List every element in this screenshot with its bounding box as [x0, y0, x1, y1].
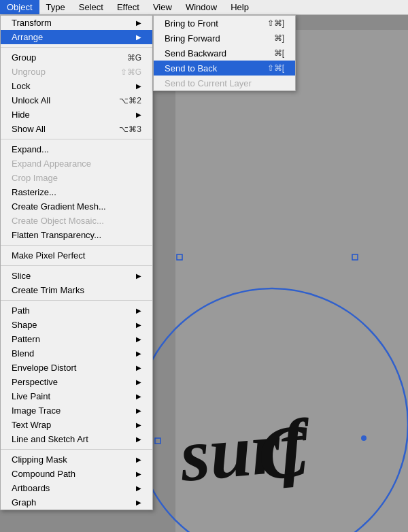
menu-item-graph[interactable]: Graph ▶	[1, 495, 152, 510]
menu-item-compound-path[interactable]: Compound Path ▶	[1, 467, 152, 481]
arrow-icon: ▶	[136, 335, 141, 343]
menu-item-transform[interactable]: Transform ▶	[1, 16, 152, 30]
menu-item-object-mosaic[interactable]: Create Object Mosaic...	[1, 214, 152, 228]
menu-item-label: Group	[12, 52, 36, 63]
menu-item-hide[interactable]: Hide ▶	[1, 107, 152, 122]
object-menu-dropdown: Transform ▶ Arrange ▶ Group ⌘G Ungroup ⇧…	[0, 15, 153, 510]
arrow-icon: ▶	[136, 350, 141, 357]
menu-item-pixel-perfect[interactable]: Make Pixel Perfect	[1, 248, 152, 263]
menu-item-label: Blend	[12, 348, 34, 359]
menu-item-label: Live Paint	[12, 391, 50, 401]
menu-item-crop-image[interactable]: Crop Image	[1, 171, 152, 185]
menu-item-pattern[interactable]: Pattern ▶	[1, 332, 152, 346]
arrow-icon: ▶	[136, 421, 141, 429]
menu-select[interactable]: Select	[72, 0, 110, 14]
menu-item-shape[interactable]: Shape ▶	[1, 318, 152, 332]
menu-view[interactable]: View	[146, 0, 179, 14]
arrow-icon: ▶	[136, 272, 141, 280]
submenu-item-send-to-layer[interactable]: Send to Current Layer	[154, 76, 295, 90]
submenu-item-bring-to-front[interactable]: Bring to Front ⇧⌘]	[154, 16, 295, 31]
divider	[1, 300, 152, 301]
arrow-icon: ▶	[136, 470, 141, 478]
menu-item-artboards[interactable]: Artboards ▶	[1, 481, 152, 495]
svg-text:C: C	[255, 409, 313, 496]
shortcut-label: ⌥⌘3	[119, 124, 141, 134]
menu-item-trim-marks[interactable]: Create Trim Marks	[1, 283, 152, 297]
shortcut-label: ⌘G	[127, 53, 141, 63]
menu-item-label: Path	[12, 305, 30, 316]
shortcut-label: ⌘]	[274, 33, 284, 43]
menu-item-label: Expand Appearance	[12, 159, 91, 169]
menu-item-label: Pattern	[12, 334, 40, 344]
menu-item-label: Hide	[12, 110, 30, 120]
arrow-icon: ▶	[136, 456, 141, 463]
menu-item-rasterize[interactable]: Rasterize...	[1, 185, 152, 199]
menu-item-image-trace[interactable]: Image Trace ▶	[1, 403, 152, 418]
menu-type[interactable]: Type	[39, 0, 72, 14]
menu-help[interactable]: Help	[224, 0, 256, 14]
menu-item-label: Expand...	[12, 144, 49, 154]
submenu-item-send-to-back[interactable]: Send to Back ⇧⌘[	[154, 61, 295, 76]
menu-item-show-all[interactable]: Show All ⌥⌘3	[1, 122, 152, 136]
divider	[1, 265, 152, 266]
menu-item-live-paint[interactable]: Live Paint ▶	[1, 389, 152, 403]
menu-item-label: Compound Path	[12, 469, 75, 479]
svg-rect-4	[155, 438, 160, 444]
arrow-icon: ▶	[136, 484, 141, 492]
arrow-icon: ▶	[136, 321, 141, 329]
menu-item-expand[interactable]: Expand...	[1, 142, 152, 156]
menu-item-group[interactable]: Group ⌘G	[1, 50, 152, 65]
menu-item-label: Create Trim Marks	[12, 285, 84, 295]
menu-object[interactable]: Object	[0, 0, 39, 14]
menu-item-text-wrap[interactable]: Text Wrap ▶	[1, 418, 152, 432]
menu-item-envelope-distort[interactable]: Envelope Distort ▶	[1, 361, 152, 375]
shortcut-label: ⌘[	[274, 48, 284, 58]
menu-item-label: Unlock All	[12, 95, 50, 105]
arrow-icon: ▶	[136, 111, 141, 118]
menu-item-arrange[interactable]: Arrange ▶	[1, 30, 152, 44]
svg-text:surf: surf	[176, 403, 315, 497]
menu-item-expand-appearance[interactable]: Expand Appearance	[1, 156, 152, 171]
menu-item-ungroup[interactable]: Ungroup ⇧⌘G	[1, 65, 152, 79]
shortcut-label: ⇧⌘G	[120, 67, 141, 77]
menu-item-unlock-all[interactable]: Unlock All ⌥⌘2	[1, 93, 152, 107]
submenu-item-label: Send to Back	[165, 63, 217, 73]
menu-item-label: Create Object Mosaic...	[12, 216, 104, 226]
submenu-item-label: Send Backward	[165, 48, 226, 59]
submenu-item-send-backward[interactable]: Send Backward ⌘[	[154, 46, 295, 61]
menu-item-label: Rasterize...	[12, 187, 56, 197]
menu-item-label: Shape	[12, 320, 37, 330]
arrow-icon: ▶	[136, 19, 141, 27]
divider	[1, 47, 152, 48]
menu-item-perspective[interactable]: Perspective ▶	[1, 375, 152, 389]
menu-item-blend[interactable]: Blend ▶	[1, 346, 152, 361]
arrow-icon: ▶	[136, 82, 141, 90]
menu-window[interactable]: Window	[179, 0, 224, 14]
submenu-item-bring-forward[interactable]: Bring Forward ⌘]	[154, 31, 295, 46]
menu-item-label: Clipping Mask	[12, 454, 67, 465]
menu-item-label: Graph	[12, 497, 36, 508]
menu-item-label: Artboards	[12, 483, 50, 493]
menu-item-label: Crop Image	[12, 173, 58, 183]
svg-point-1	[136, 288, 408, 532]
menu-item-path[interactable]: Path ▶	[1, 303, 152, 318]
menu-item-label: Show All	[12, 124, 46, 134]
shortcut-label: ⇧⌘[	[267, 63, 284, 73]
menu-item-lock[interactable]: Lock ▶	[1, 79, 152, 93]
menu-item-label: Flatten Transparency...	[12, 230, 101, 240]
menu-item-gradient-mesh[interactable]: Create Gradient Mesh...	[1, 199, 152, 214]
arrow-icon: ▶	[136, 307, 141, 314]
arrow-icon: ▶	[136, 435, 141, 443]
menu-item-label: Text Wrap	[12, 420, 51, 430]
menu-item-flatten-transparency[interactable]: Flatten Transparency...	[1, 228, 152, 242]
arrow-icon: ▶	[136, 33, 141, 41]
menu-item-label: Line and Sketch Art	[12, 434, 88, 444]
menu-item-label: Create Gradient Mesh...	[12, 201, 106, 212]
menu-item-label: Perspective	[12, 377, 58, 387]
menu-item-line-sketch-art[interactable]: Line and Sketch Art ▶	[1, 432, 152, 446]
menu-item-clipping-mask[interactable]: Clipping Mask ▶	[1, 452, 152, 467]
menu-effect[interactable]: Effect	[110, 0, 146, 14]
menu-item-slice[interactable]: Slice ▶	[1, 269, 152, 283]
divider	[1, 139, 152, 139]
menu-item-label: Envelope Distort	[12, 363, 76, 373]
